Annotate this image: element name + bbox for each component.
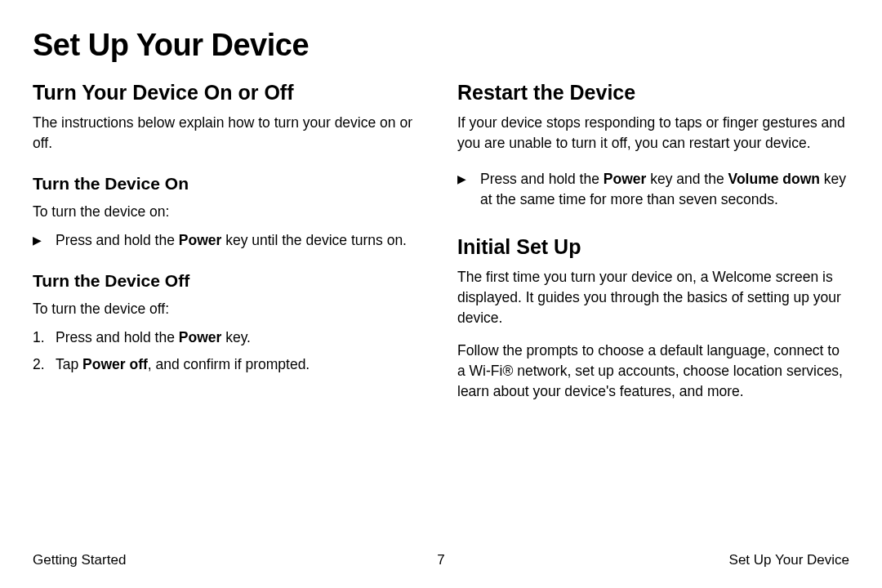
step-number: 1. xyxy=(33,327,56,348)
text-segment: key and the xyxy=(646,171,728,187)
text-bold: Volume down xyxy=(728,171,820,187)
text-segment: key until the device turns on. xyxy=(221,232,407,248)
text-bold: Power off xyxy=(82,356,148,372)
heading-restart: Restart the Device xyxy=(457,81,849,105)
triangle-icon: ▶ xyxy=(457,169,480,189)
para-restart-intro: If your device stops responding to taps … xyxy=(457,113,849,154)
turn-off-step-1: 1. Press and hold the Power key. xyxy=(33,327,425,348)
text-segment: , and confirm if prompted. xyxy=(148,356,310,372)
text-bold: Power xyxy=(179,329,222,345)
right-column: Restart the Device If your device stops … xyxy=(457,81,849,411)
para-turn-off-lead: To turn the device off: xyxy=(33,299,425,319)
para-initial-1: The first time you turn your device on, … xyxy=(457,267,849,329)
heading-initial-setup: Initial Set Up xyxy=(457,235,849,259)
content-columns: Turn Your Device On or Off The instructi… xyxy=(33,81,849,411)
text-segment: key. xyxy=(221,329,251,345)
footer-page-number: 7 xyxy=(33,552,849,568)
triangle-icon: ▶ xyxy=(33,230,56,251)
heading-turn-on-off: Turn Your Device On or Off xyxy=(33,81,425,105)
heading-turn-off: Turn the Device Off xyxy=(33,271,425,291)
left-column: Turn Your Device On or Off The instructi… xyxy=(33,81,425,411)
step-number: 2. xyxy=(33,354,56,375)
heading-turn-on: Turn the Device On xyxy=(33,174,425,194)
text-bold: Power xyxy=(604,171,647,187)
para-turn-on-lead: To turn the device on: xyxy=(33,202,425,222)
restart-step: ▶ Press and hold the Power key and the V… xyxy=(457,169,849,211)
para-initial-2: Follow the prompts to choose a default l… xyxy=(457,341,849,403)
turn-off-step-2-text: Tap Power off, and confirm if prompted. xyxy=(56,354,425,375)
text-segment: Press and hold the xyxy=(56,329,179,345)
text-segment: Tap xyxy=(56,356,82,372)
text-bold: Power xyxy=(179,232,222,248)
turn-off-step-1-text: Press and hold the Power key. xyxy=(56,327,425,348)
turn-on-step: ▶ Press and hold the Power key until the… xyxy=(33,230,425,251)
page-title: Set Up Your Device xyxy=(33,28,849,63)
text-segment: Press and hold the xyxy=(56,232,179,248)
turn-on-step-text: Press and hold the Power key until the d… xyxy=(56,230,425,251)
restart-step-text: Press and hold the Power key and the Vol… xyxy=(480,169,849,211)
page-footer: Getting Started 7 Set Up Your Device xyxy=(33,552,849,568)
para-turn-intro: The instructions below explain how to tu… xyxy=(33,113,425,154)
turn-off-step-2: 2. Tap Power off, and confirm if prompte… xyxy=(33,354,425,375)
text-segment: Press and hold the xyxy=(480,171,604,187)
